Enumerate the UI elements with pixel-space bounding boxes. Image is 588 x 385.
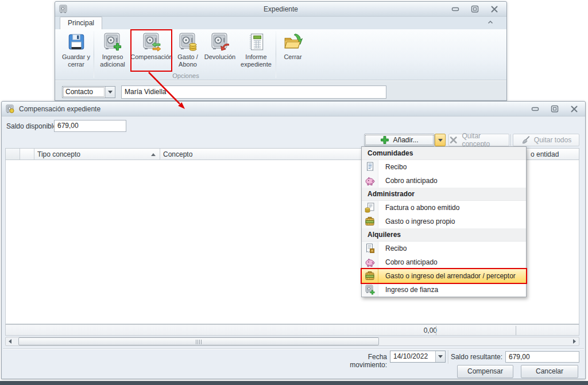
fecha-movimiento-value: 14/10/2022	[390, 351, 435, 362]
row-indicator-header	[6, 149, 20, 160]
minimize-button[interactable]	[451, 5, 459, 13]
report-icon	[246, 32, 266, 52]
maximize-button[interactable]	[470, 5, 479, 13]
date-dropdown-button[interactable]	[435, 351, 445, 362]
maximize-button[interactable]	[550, 104, 559, 113]
triangle-right-icon	[573, 339, 576, 344]
close-button[interactable]	[490, 5, 498, 13]
menu-item-recibo-alquileres[interactable]: Recibo	[362, 242, 526, 255]
close-icon	[570, 105, 578, 113]
fecha-movimiento-label: Fecha movimiento:	[332, 353, 387, 369]
ingreso-adicional-button[interactable]: Ingreso adicional	[96, 30, 129, 72]
minimize-button[interactable]	[531, 104, 539, 113]
safe-coin-window-icon	[5, 104, 14, 114]
contacto-combo[interactable]: Contacto	[62, 86, 115, 98]
horizontal-scrollbar[interactable]	[5, 337, 579, 346]
piggy-bank-icon	[365, 257, 375, 267]
chevron-down-icon	[108, 91, 113, 94]
safe-plus-small-icon	[365, 285, 375, 295]
menu-group-comunidades: Comunidades	[362, 147, 526, 160]
ribbon-group-label: Opciones	[96, 72, 276, 79]
chevron-down-icon	[438, 355, 443, 358]
ribbon-tab-row: Principal	[55, 17, 506, 29]
screen: Expediente Principal Guardar y cerrar In…	[0, 0, 588, 385]
anadir-button[interactable]: Añadir...	[364, 134, 435, 146]
compensar-button[interactable]: Compensar	[457, 365, 513, 378]
cerrar-button[interactable]: Cerrar	[278, 30, 308, 72]
piggy-bank-icon	[365, 176, 375, 186]
quitar-todos-button[interactable]: Quitar todos	[513, 134, 579, 146]
menu-item-gasto-ingreso-arrendador[interactable]: Gasto o ingreso del arrendador / percept…	[362, 269, 526, 283]
fecha-movimiento-combo[interactable]: 14/10/2022	[390, 351, 446, 363]
close-button[interactable]	[570, 104, 578, 113]
receipt-plus-icon	[365, 243, 375, 254]
broom-icon	[521, 135, 530, 145]
summary-separator	[516, 326, 516, 335]
footer-separator	[3, 348, 584, 349]
cash-box-icon	[365, 271, 375, 281]
tab-principal[interactable]: Principal	[60, 17, 102, 29]
tipo-concepto-column-header[interactable]: Tipo concepto	[34, 149, 160, 160]
safe-exchange-icon	[142, 32, 161, 52]
compensacion-button[interactable]: Compensación	[132, 30, 171, 72]
minimize-icon	[531, 105, 539, 113]
summary-total: 0,00	[424, 326, 437, 335]
gasto-abono-button[interactable]: Gasto / Abono	[173, 30, 202, 72]
grip-icon	[196, 340, 202, 344]
dialog-title: Compensación expediente	[19, 105, 100, 113]
bottom-edge-strip	[0, 381, 588, 385]
window-title: Expediente	[55, 5, 506, 13]
expediente-client-area: Contacto María Vidiella	[55, 80, 506, 101]
contact-name-field[interactable]: María Vidiella	[121, 85, 386, 99]
invoice-coins-icon	[365, 203, 375, 213]
menu-item-cobro-anticipado-alquileres[interactable]: Cobro anticipado	[362, 255, 526, 269]
expediente-titlebar[interactable]: Expediente	[55, 2, 506, 17]
toolbar-separator	[510, 134, 511, 146]
scrollbar-thumb[interactable]	[18, 337, 379, 345]
blank-column-header[interactable]	[20, 149, 34, 160]
saldo-resultante-field: 679,00	[505, 351, 579, 363]
sort-ascending-icon	[151, 153, 156, 156]
compensacion-titlebar[interactable]: Compensación expediente	[2, 102, 585, 116]
anadir-label: Añadir...	[393, 136, 418, 144]
chevron-down-icon	[438, 139, 443, 142]
menu-group-alquileres: Alquileres	[362, 228, 526, 242]
scroll-right-button[interactable]	[570, 337, 579, 345]
menu-item-cobro-anticipado-comunidades[interactable]: Cobro anticipado	[362, 174, 526, 188]
scroll-left-button[interactable]	[6, 337, 14, 345]
maximize-icon	[471, 5, 479, 13]
devolucion-button[interactable]: Devolución	[204, 30, 236, 72]
receipt-icon	[365, 162, 375, 172]
chevron-up-icon	[487, 19, 494, 26]
ribbon-separator	[276, 31, 276, 78]
menu-item-ingreso-de-fianza[interactable]: Ingreso de fianza	[362, 283, 526, 297]
menu-item-factura-abono-emitido[interactable]: Factura o abono emitido	[362, 201, 526, 215]
footer-group-separator	[448, 350, 448, 364]
guardar-y-cerrar-button[interactable]: Guardar y cerrar	[60, 30, 92, 72]
anadir-dropdown-button[interactable]	[435, 134, 446, 146]
grid-summary-row: 0,00	[5, 324, 579, 336]
minimize-icon	[451, 5, 459, 13]
ribbon-separator	[94, 31, 94, 78]
combo-dropdown-button[interactable]	[105, 87, 115, 98]
ribbon: Guardar y cerrar Ingreso adicional Compe…	[55, 29, 506, 80]
expediente-window: Expediente Principal Guardar y cerrar In…	[55, 1, 507, 101]
ribbon-collapse-button[interactable]	[487, 19, 496, 27]
floppy-disk-icon	[67, 32, 86, 52]
add-plus-icon	[380, 135, 389, 145]
menu-item-gasto-ingreso-propio[interactable]: Gasto o ingreso propio	[362, 215, 526, 228]
menu-item-recibo-comunidades[interactable]: Recibo	[362, 160, 526, 174]
close-icon	[490, 5, 498, 13]
remove-x-icon	[449, 135, 458, 145]
quitar-concepto-button[interactable]: Quitar concepto	[448, 134, 509, 146]
safe-return-icon	[210, 32, 230, 52]
triangle-left-icon	[9, 339, 11, 344]
saldo-resultante-label: Saldo resultante:	[450, 353, 502, 361]
contacto-combo-value: Contacto	[63, 87, 105, 98]
cancelar-button[interactable]: Cancelar	[521, 365, 578, 378]
informe-expediente-button[interactable]: Informe expediente	[238, 30, 274, 72]
summary-separator	[436, 326, 436, 335]
saldo-disponible-field: 679,00	[54, 120, 126, 132]
menu-group-administrador: Administrador	[362, 188, 526, 201]
folder-exit-icon	[283, 32, 303, 52]
